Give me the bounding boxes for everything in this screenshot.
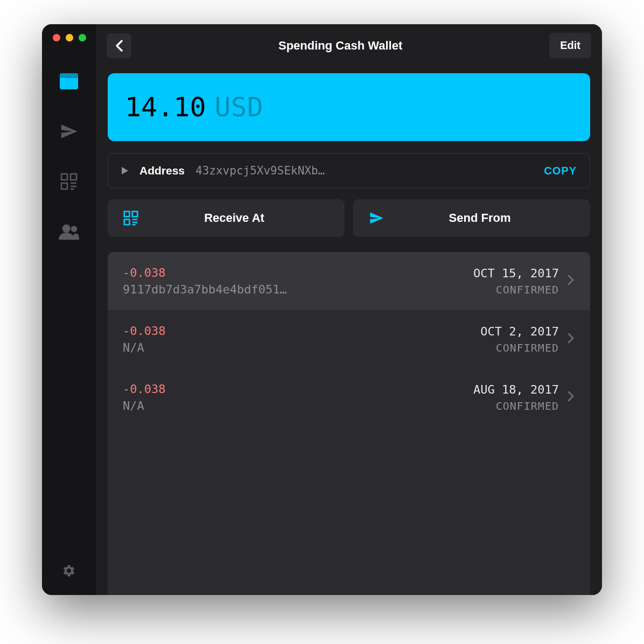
transaction-amount: -0.038 (123, 324, 480, 338)
svg-rect-2 (61, 174, 67, 180)
transaction-hash: N/A (123, 341, 480, 354)
edit-button[interactable]: Edit (549, 33, 591, 58)
app-window: Spending Cash Wallet Edit 14.10 USD Addr… (42, 24, 602, 595)
close-window-button[interactable] (53, 34, 60, 41)
transaction-right: OCT 2, 2017CONFIRMED (480, 325, 559, 354)
contacts-icon[interactable] (59, 221, 79, 242)
svg-point-8 (62, 225, 71, 233)
wallet-icon[interactable] (59, 71, 79, 92)
qr-icon (123, 210, 139, 226)
svg-rect-10 (124, 212, 130, 217)
balance-banner: 14.10 USD (108, 73, 590, 141)
expand-icon[interactable] (121, 167, 129, 174)
balance-amount: 14.10 (125, 92, 206, 123)
address-value: 43zxvpcj5Xv9SEkNXb… (195, 164, 533, 177)
address-label: Address (139, 164, 185, 177)
address-row[interactable]: Address 43zxvpcj5Xv9SEkNXb… COPY (108, 153, 590, 188)
svg-rect-1 (60, 73, 78, 78)
chevron-right-icon (568, 275, 577, 288)
sidebar-nav (59, 71, 79, 563)
transaction-right: OCT 15, 2017CONFIRMED (473, 267, 559, 296)
window-controls (42, 34, 86, 41)
transaction-status: CONFIRMED (496, 283, 559, 296)
chevron-right-icon (568, 391, 577, 404)
svg-rect-12 (124, 220, 130, 225)
transaction-left: -0.038N/A (123, 382, 473, 412)
minimize-window-button[interactable] (66, 34, 73, 41)
action-buttons: Receive At Send From (108, 199, 590, 237)
transaction-status: CONFIRMED (496, 341, 559, 354)
send-icon (368, 210, 384, 226)
maximize-window-button[interactable] (79, 34, 86, 41)
transaction-list: -0.0389117db7d3a7bb4e4bdf051…OCT 15, 201… (108, 252, 590, 595)
send-icon[interactable] (59, 121, 79, 142)
transaction-date: OCT 15, 2017 (473, 267, 559, 280)
transaction-date: AUG 18, 2017 (473, 383, 559, 396)
settings-icon[interactable] (61, 563, 77, 579)
header: Spending Cash Wallet Edit (96, 24, 602, 67)
back-button[interactable] (107, 33, 131, 58)
chevron-right-icon (568, 333, 577, 346)
svg-rect-4 (61, 183, 67, 189)
transaction-hash: 9117db7d3a7bb4e4bdf051… (123, 283, 473, 296)
receive-button[interactable]: Receive At (108, 199, 345, 237)
sidebar-bottom (61, 563, 77, 595)
transaction-date: OCT 2, 2017 (480, 325, 559, 338)
transaction-left: -0.0389117db7d3a7bb4e4bdf051… (123, 266, 473, 296)
transaction-row[interactable]: -0.0389117db7d3a7bb4e4bdf051…OCT 15, 201… (108, 252, 590, 310)
send-button[interactable]: Send From (353, 199, 590, 237)
content: 14.10 USD Address 43zxvpcj5Xv9SEkNXb… CO… (96, 67, 602, 595)
transaction-row[interactable]: -0.038N/AOCT 2, 2017CONFIRMED (108, 310, 590, 368)
svg-rect-11 (132, 212, 138, 217)
sidebar (42, 24, 96, 595)
svg-rect-3 (71, 174, 76, 180)
receive-label: Receive At (155, 211, 313, 225)
main-content: Spending Cash Wallet Edit 14.10 USD Addr… (96, 24, 602, 595)
transaction-amount: -0.038 (123, 382, 473, 396)
transaction-left: -0.038N/A (123, 324, 480, 354)
transaction-right: AUG 18, 2017CONFIRMED (473, 383, 559, 412)
transaction-status: CONFIRMED (496, 400, 559, 412)
qr-icon[interactable] (59, 171, 79, 192)
transaction-amount: -0.038 (123, 266, 473, 279)
svg-point-9 (71, 226, 77, 232)
transaction-row[interactable]: -0.038N/AAUG 18, 2017CONFIRMED (108, 368, 590, 426)
copy-button[interactable]: COPY (544, 165, 577, 177)
send-label: Send From (401, 211, 559, 225)
balance-currency: USD (215, 92, 263, 123)
page-title: Spending Cash Wallet (139, 39, 542, 53)
transaction-hash: N/A (123, 399, 473, 412)
